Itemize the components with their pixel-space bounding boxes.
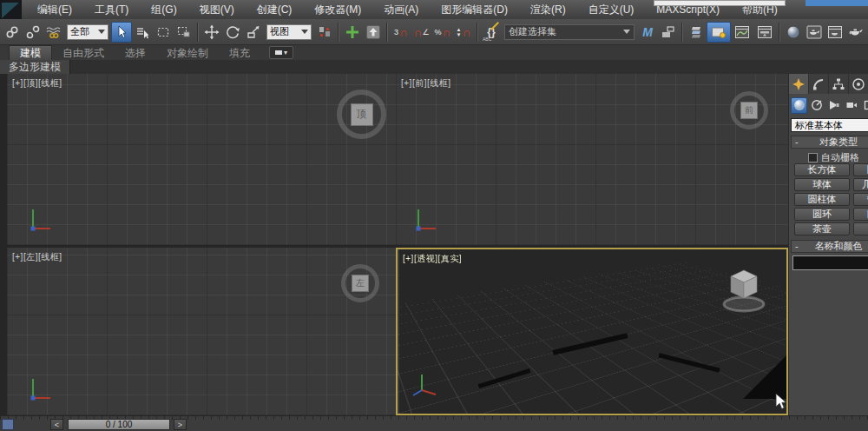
menu-modifiers[interactable]: 修改器(M)	[303, 0, 372, 19]
align-button[interactable]	[658, 22, 679, 43]
polygon-modeling-panel-label[interactable]: 多边形建模	[0, 60, 70, 74]
button-teapot[interactable]: 茶壶	[794, 222, 850, 235]
menu-group[interactable]: 组(G)	[140, 0, 187, 19]
rollout-name-color[interactable]: - 名称和颜色	[791, 240, 868, 253]
unlink-icon[interactable]	[23, 22, 43, 43]
graphite-ribbon-toggle[interactable]	[707, 22, 731, 43]
category-cameras-icon[interactable]	[843, 97, 859, 114]
primitive-category-dropdown[interactable]: 标准基本体	[791, 118, 868, 132]
viewport-front[interactable]: [+][前][线框] 前	[396, 74, 788, 245]
tab-motion-icon[interactable]	[849, 74, 868, 94]
button-pyramid[interactable]: 四棱锥	[853, 208, 868, 221]
tab-object-paint[interactable]: 对象绘制	[156, 46, 219, 60]
button-geosphere[interactable]: 几何球体	[853, 178, 868, 191]
menu-customize[interactable]: 自定义(U)	[577, 0, 646, 19]
spinner-glyph: ▲▼	[456, 27, 461, 37]
chevron-down-icon	[98, 30, 105, 34]
category-geometry-icon[interactable]	[791, 97, 807, 114]
named-selection-sets-dropdown[interactable]: 创建选择集	[504, 24, 635, 40]
time-slider-bar: < 0 / 100 >	[0, 415, 868, 431]
button-cone[interactable]: 圆锥体	[853, 163, 868, 176]
tab-selection[interactable]: 选择	[115, 46, 156, 60]
button-tube[interactable]: 管状体	[853, 193, 868, 206]
select-and-move-button[interactable]	[201, 22, 222, 43]
menu-graph-editors[interactable]: 图形编辑器(D)	[430, 0, 519, 19]
selection-filter-dropdown[interactable]: 全部	[67, 24, 108, 40]
select-object-button[interactable]	[111, 22, 132, 43]
select-and-rotate-button[interactable]	[222, 22, 243, 43]
viewport-left-label[interactable]: [+][左][线框]	[12, 251, 62, 263]
autogrid-checkbox-row: 自动栅格	[808, 151, 859, 164]
select-and-manipulate-button[interactable]	[342, 22, 363, 43]
rollout-object-type[interactable]: - 对象类型	[791, 136, 868, 149]
button-torus[interactable]: 圆环	[794, 208, 850, 221]
tab-freeform[interactable]: 自由形式	[52, 46, 115, 60]
reference-coordinate-dropdown[interactable]: 视图	[266, 24, 312, 40]
edit-named-selection-sets-button[interactable]: {} ABC	[481, 22, 502, 43]
rendered-frame-window-button[interactable]	[825, 22, 845, 43]
ribbon-collapse-button[interactable]: ▾	[269, 46, 293, 59]
rectangular-selection-region-button[interactable]	[153, 22, 174, 43]
snap-toggle-3d-icon[interactable]: 3∩	[391, 22, 411, 43]
schematic-view-button[interactable]	[753, 22, 776, 43]
viewport-top[interactable]: [+][顶][线框] 顶	[7, 74, 399, 245]
window-crossing-button[interactable]	[174, 22, 194, 43]
select-and-link-icon[interactable]	[2, 22, 23, 43]
button-sphere[interactable]: 球体	[794, 178, 850, 191]
category-helpers-icon[interactable]	[860, 97, 868, 114]
toolbar-separator	[681, 23, 683, 42]
select-by-name-button[interactable]	[132, 22, 153, 43]
viewcube-left[interactable]: 左	[341, 264, 379, 302]
autogrid-checkbox[interactable]	[808, 153, 818, 162]
toolbar-separator	[197, 23, 199, 42]
select-and-scale-button[interactable]	[243, 22, 264, 43]
angle-snap-toggle-icon[interactable]: ∩∠	[411, 22, 432, 43]
tab-hierarchy-icon[interactable]	[829, 74, 849, 94]
time-slider-handle[interactable]: 0 / 100	[68, 419, 170, 430]
material-editor-button[interactable]	[783, 22, 804, 43]
menu-views[interactable]: 视图(V)	[188, 0, 246, 19]
rollout-object-type-title: 对象类型	[819, 136, 858, 149]
keyboard-override-toggle[interactable]	[363, 22, 384, 43]
use-pivot-center-button[interactable]	[314, 22, 335, 43]
previous-frame-button[interactable]: <	[50, 419, 63, 430]
menu-animation[interactable]: 动画(A)	[372, 0, 430, 19]
viewport-area: [+][顶][线框] 顶 [+][前][线框] 前 [+][	[0, 74, 788, 415]
category-shapes-icon[interactable]	[808, 97, 825, 114]
tab-modeling[interactable]: 建模	[9, 45, 52, 60]
next-frame-button[interactable]: >	[174, 419, 187, 430]
viewcube-top[interactable]: 顶	[337, 90, 386, 139]
category-lights-icon[interactable]	[825, 97, 842, 114]
tab-create-icon[interactable]	[789, 74, 809, 94]
render-setup-button[interactable]	[804, 22, 825, 43]
percent-snap-toggle-icon[interactable]: %∩	[432, 22, 453, 43]
chevron-down-icon	[623, 30, 630, 34]
menu-tools[interactable]: 工具(T)	[83, 0, 140, 19]
button-plane[interactable]: 平面	[853, 222, 868, 235]
viewcube-front[interactable]: 前	[730, 91, 768, 129]
button-cylinder[interactable]: 圆柱体	[794, 193, 850, 206]
viewport-left[interactable]: [+][左][线框] 左	[7, 248, 399, 415]
curve-editor-button[interactable]	[731, 22, 753, 43]
command-panel: 标准基本体 - 对象类型 自动栅格 长方体 球体 圆柱体 圆环 茶壶 圆锥体 几…	[788, 74, 868, 415]
tab-populate[interactable]: 填充	[219, 46, 260, 60]
viewcube-perspective[interactable]	[717, 265, 771, 315]
layer-manager-button[interactable]	[686, 22, 707, 43]
menu-create[interactable]: 创建(C)	[246, 0, 304, 19]
object-name-input[interactable]	[792, 255, 868, 270]
render-production-button[interactable]	[845, 22, 866, 43]
viewport-perspective[interactable]: [+][透视][真实]	[396, 248, 788, 415]
viewport-front-label[interactable]: [+][前][线框]	[401, 77, 451, 90]
menu-edit[interactable]: 编辑(E)	[26, 0, 83, 19]
viewport-top-label[interactable]: [+][顶][线框]	[12, 77, 62, 90]
viewcube-face-label: 左	[352, 275, 369, 292]
menu-rendering[interactable]: 渲染(R)	[519, 0, 577, 19]
axis-tripod	[26, 375, 52, 401]
viewport-perspective-label[interactable]: [+][透视][真实]	[403, 253, 462, 265]
tab-modify-icon[interactable]	[809, 74, 829, 94]
mirror-button[interactable]: M	[637, 22, 658, 43]
snap-3d-glyph: 3	[394, 28, 398, 36]
button-box[interactable]: 长方体	[794, 163, 850, 176]
bind-to-spacewarp-icon[interactable]	[43, 22, 64, 43]
spinner-snap-toggle-icon[interactable]: ▲▼∩	[453, 22, 474, 43]
